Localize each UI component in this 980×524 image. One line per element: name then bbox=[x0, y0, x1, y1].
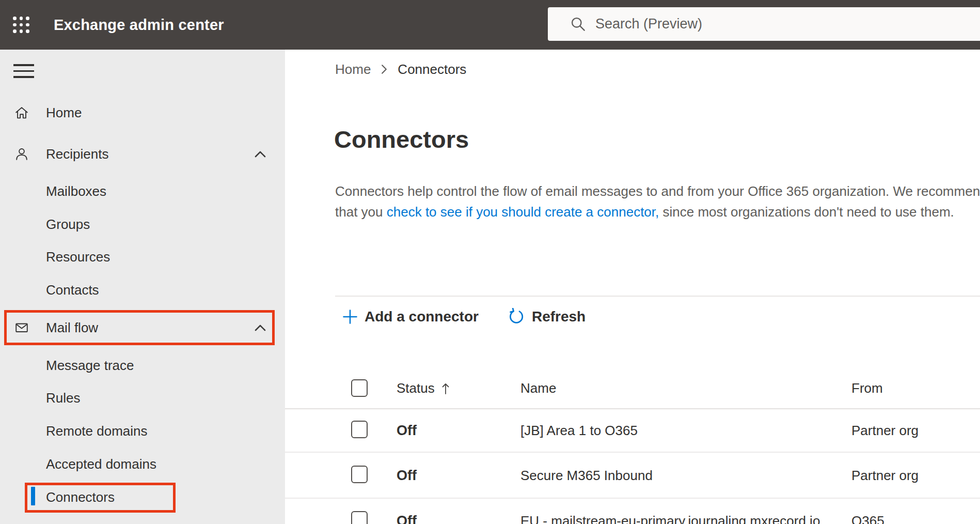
sidebar-item-home[interactable]: Home bbox=[0, 96, 285, 129]
name-cell: Secure M365 Inbound bbox=[520, 467, 653, 483]
mail-icon bbox=[14, 320, 29, 335]
search-input[interactable] bbox=[595, 16, 905, 32]
sidebar-item-remote-domains[interactable]: Remote domains bbox=[0, 414, 285, 448]
chevron-right-icon bbox=[380, 64, 388, 75]
command-bar: Add a connector Refresh bbox=[342, 305, 586, 329]
create-connector-check-link[interactable]: check to see if you should create a conn… bbox=[387, 204, 659, 220]
left-navigation: Home Recipients Mailboxes Groups Resourc… bbox=[0, 50, 285, 524]
description-text: since most organizations don't need to u… bbox=[659, 204, 954, 220]
home-icon bbox=[14, 105, 29, 120]
select-all-checkbox[interactable] bbox=[351, 379, 368, 397]
main-content: Home Connectors Connectors Connectors he… bbox=[285, 50, 980, 524]
sidebar-item-label: Resources bbox=[46, 249, 110, 265]
column-header-name[interactable]: Name bbox=[520, 380, 556, 396]
sidebar-item-label: Rules bbox=[46, 390, 80, 406]
sidebar-item-label: Groups bbox=[46, 217, 90, 233]
add-connector-button[interactable]: Add a connector bbox=[342, 309, 479, 325]
status-cell: Off bbox=[397, 423, 417, 439]
sidebar-item-label: Recipients bbox=[46, 146, 108, 162]
column-label: Status bbox=[397, 380, 435, 396]
table-row[interactable]: Off EU - mailstream-eu-primary.journalin… bbox=[285, 499, 980, 524]
sidebar-item-label: Connectors bbox=[46, 489, 115, 505]
sidebar-item-connectors[interactable]: Connectors bbox=[0, 481, 285, 514]
page-description: Connectors help control the flow of emai… bbox=[335, 181, 980, 222]
status-cell: Off bbox=[397, 513, 417, 524]
sidebar-item-mailboxes[interactable]: Mailboxes bbox=[0, 175, 285, 208]
column-header-status[interactable]: Status bbox=[397, 380, 450, 396]
exchange-admin-center-window: Exchange admin center Home Recipients bbox=[0, 0, 980, 524]
name-cell: EU - mailstream-eu-primary.journaling.mx… bbox=[520, 513, 820, 524]
name-cell: [JB] Area 1 to O365 bbox=[520, 423, 638, 439]
sidebar-item-recipients[interactable]: Recipients bbox=[0, 137, 285, 171]
sidebar-item-label: Remote domains bbox=[46, 423, 148, 439]
page-title: Connectors bbox=[334, 125, 469, 153]
sort-ascending-icon bbox=[441, 381, 450, 396]
app-launcher-waffle-icon[interactable] bbox=[11, 15, 31, 35]
row-checkbox[interactable] bbox=[351, 511, 368, 524]
sidebar-item-label: Home bbox=[46, 105, 82, 121]
search-icon bbox=[570, 16, 587, 33]
table-row[interactable]: Off Secure M365 Inbound Partner org bbox=[285, 453, 980, 499]
column-header-from[interactable]: From bbox=[851, 380, 883, 396]
selected-item-indicator bbox=[31, 487, 35, 505]
chevron-up-icon bbox=[254, 150, 266, 158]
hamburger-menu-icon[interactable] bbox=[13, 64, 36, 80]
sidebar-item-label: Message trace bbox=[46, 358, 134, 374]
row-checkbox[interactable] bbox=[351, 421, 368, 438]
chevron-up-icon bbox=[254, 323, 266, 332]
sidebar-item-label: Mailboxes bbox=[46, 183, 106, 199]
refresh-button[interactable]: Refresh bbox=[508, 308, 586, 326]
refresh-label: Refresh bbox=[532, 309, 586, 325]
table-header-row: Status Name From bbox=[285, 375, 980, 402]
sidebar-item-label: Mail flow bbox=[46, 320, 98, 336]
sidebar-item-resources[interactable]: Resources bbox=[0, 240, 285, 273]
sidebar-item-rules[interactable]: Rules bbox=[0, 381, 285, 414]
sidebar-item-label: Accepted domains bbox=[46, 456, 156, 472]
breadcrumb-current: Connectors bbox=[398, 61, 466, 78]
column-label: Name bbox=[520, 380, 556, 396]
from-cell: O365 bbox=[851, 513, 884, 524]
sidebar-item-message-trace[interactable]: Message trace bbox=[0, 349, 285, 382]
from-cell: Partner org bbox=[851, 423, 919, 439]
row-checkbox[interactable] bbox=[351, 466, 368, 483]
top-app-bar: Exchange admin center bbox=[0, 0, 980, 50]
breadcrumb-home-link[interactable]: Home bbox=[335, 61, 371, 78]
sidebar-item-groups[interactable]: Groups bbox=[0, 208, 285, 241]
add-connector-label: Add a connector bbox=[365, 309, 479, 325]
from-cell: Partner org bbox=[851, 467, 919, 483]
plus-icon bbox=[342, 309, 358, 325]
sidebar-item-mail-flow[interactable]: Mail flow bbox=[0, 311, 285, 344]
column-label: From bbox=[851, 380, 883, 396]
status-cell: Off bbox=[397, 467, 417, 483]
person-icon bbox=[14, 146, 29, 162]
sidebar-item-contacts[interactable]: Contacts bbox=[0, 273, 285, 306]
app-title: Exchange admin center bbox=[54, 0, 224, 50]
sidebar-item-label: Contacts bbox=[46, 282, 99, 298]
global-search[interactable] bbox=[548, 7, 980, 41]
refresh-icon bbox=[508, 308, 525, 326]
sidebar-item-accepted-domains[interactable]: Accepted domains bbox=[0, 448, 285, 481]
toolbar-top-divider bbox=[335, 296, 980, 297]
table-row[interactable]: Off [JB] Area 1 to O365 Partner org bbox=[285, 409, 980, 453]
breadcrumb: Home Connectors bbox=[335, 61, 466, 78]
